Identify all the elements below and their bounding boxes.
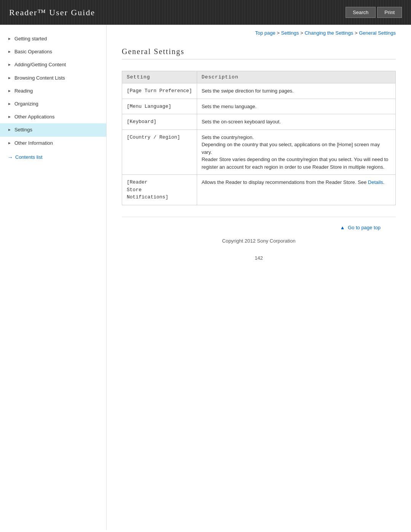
breadcrumb: Top page > Settings > Changing the Setti…: [122, 25, 396, 40]
breadcrumb-settings[interactable]: Settings: [281, 30, 299, 36]
search-button[interactable]: Search: [346, 7, 376, 18]
chevron-right-icon: ►: [8, 36, 11, 42]
chevron-right-icon: ►: [8, 49, 11, 54]
breadcrumb-separator: >: [277, 30, 281, 36]
go-to-top-link[interactable]: ▲ Go to page top: [340, 225, 381, 230]
table-header-setting: Setting: [122, 71, 197, 83]
page-title: General Settings: [122, 47, 396, 59]
copyright: Copyright 2012 Sony Corporation: [122, 234, 396, 251]
breadcrumb-top-page[interactable]: Top page: [255, 30, 276, 36]
setting-description-text: Allows the Reader to display recommendat…: [202, 179, 368, 185]
main-layout: ► Getting started ► Basic Operations ► A…: [0, 25, 411, 530]
details-link[interactable]: Details: [368, 179, 383, 185]
setting-description: Sets the country/region. Depending on th…: [197, 129, 395, 175]
sidebar-item-getting-started[interactable]: ► Getting started: [0, 32, 106, 45]
table-row: [Page Turn Preference] Sets the swipe di…: [122, 83, 396, 99]
settings-table: Setting Description [Page Turn Preferenc…: [122, 71, 396, 205]
chevron-right-icon: ►: [8, 141, 11, 146]
footer-nav: ▲ Go to page top: [122, 217, 396, 234]
header-buttons: Search Print: [346, 7, 402, 18]
arrow-right-icon: →: [8, 154, 13, 160]
table-row: [Country / Region] Sets the country/regi…: [122, 129, 396, 175]
print-button[interactable]: Print: [377, 7, 402, 18]
sidebar-item-reading[interactable]: ► Reading: [0, 85, 106, 97]
sidebar: ► Getting started ► Basic Operations ► A…: [0, 25, 107, 530]
breadcrumb-changing-settings[interactable]: Changing the Settings: [304, 30, 353, 36]
chevron-right-icon: ►: [8, 127, 11, 133]
setting-description: Sets the menu language.: [197, 99, 395, 114]
header: Reader™ User Guide Search Print: [0, 0, 411, 25]
table-row: [Keyboard] Sets the on-screen keyboard l…: [122, 114, 396, 130]
breadcrumb-separator: >: [355, 30, 359, 36]
chevron-right-icon: ►: [8, 101, 11, 107]
sidebar-item-adding-content[interactable]: ► Adding/Getting Content: [0, 58, 106, 71]
setting-name: [Country / Region]: [122, 129, 197, 175]
table-header-description: Description: [197, 71, 395, 83]
breadcrumb-separator: >: [300, 30, 304, 36]
setting-description-suffix: .: [383, 179, 385, 185]
arrow-up-icon: ▲: [340, 225, 345, 230]
setting-name: [ReaderStoreNotifications]: [122, 175, 197, 205]
chevron-right-icon: ►: [8, 75, 11, 81]
setting-name: [Menu Language]: [122, 99, 197, 114]
app-title: Reader™ User Guide: [9, 8, 95, 18]
sidebar-item-organizing[interactable]: ► Organizing: [0, 97, 106, 110]
setting-description: Sets the swipe direction for turning pag…: [197, 83, 395, 99]
sidebar-item-other-information[interactable]: ► Other Information: [0, 137, 106, 150]
setting-name: [Page Turn Preference]: [122, 83, 197, 99]
sidebar-item-settings[interactable]: ► Settings: [0, 123, 106, 136]
sidebar-item-basic-operations[interactable]: ► Basic Operations: [0, 45, 106, 58]
setting-description: Allows the Reader to display recommendat…: [197, 175, 395, 205]
breadcrumb-general-settings[interactable]: General Settings: [359, 30, 396, 36]
setting-description: Sets the on-screen keyboard layout.: [197, 114, 395, 130]
sidebar-item-browsing-content[interactable]: ► Browsing Content Lists: [0, 72, 106, 85]
chevron-right-icon: ►: [8, 114, 11, 120]
sidebar-item-other-applications[interactable]: ► Other Applications: [0, 110, 106, 123]
contents-list-link[interactable]: → Contents list: [0, 150, 106, 163]
table-row: [Menu Language] Sets the menu language.: [122, 99, 396, 114]
page-number: 142: [122, 251, 396, 265]
setting-name: [Keyboard]: [122, 114, 197, 130]
chevron-right-icon: ►: [8, 62, 11, 67]
chevron-right-icon: ►: [8, 88, 11, 94]
main-content: Top page > Settings > Changing the Setti…: [107, 25, 411, 530]
table-row: [ReaderStoreNotifications] Allows the Re…: [122, 175, 396, 205]
